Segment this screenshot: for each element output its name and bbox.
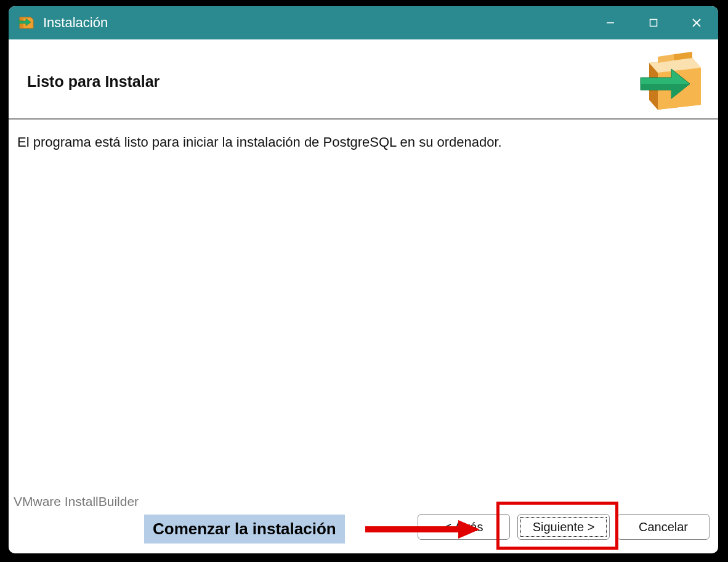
titlebar-left: Instalación bbox=[17, 12, 108, 33]
window-title: Instalación bbox=[43, 15, 108, 31]
window-controls bbox=[589, 6, 718, 39]
annotation-label: Comenzar la instalación bbox=[144, 515, 345, 544]
box-arrow-icon bbox=[637, 51, 705, 112]
svg-rect-1 bbox=[650, 20, 657, 26]
installer-window: Instalación Listo para Instalar bbox=[9, 6, 718, 553]
close-button[interactable] bbox=[675, 6, 718, 39]
wizard-header: Listo para Instalar bbox=[9, 39, 718, 120]
svg-marker-5 bbox=[458, 520, 480, 539]
minimize-button[interactable] bbox=[589, 6, 632, 39]
annotation-highlight-box bbox=[496, 502, 618, 550]
page-title: Listo para Instalar bbox=[27, 73, 160, 91]
maximize-button[interactable] bbox=[632, 6, 675, 39]
titlebar: Instalación bbox=[9, 6, 718, 39]
cancel-button[interactable]: Cancelar bbox=[617, 514, 710, 540]
ready-message: El programa está listo para iniciar la i… bbox=[17, 134, 710, 150]
app-icon bbox=[17, 12, 36, 33]
wizard-content: El programa está listo para iniciar la i… bbox=[9, 120, 718, 150]
annotation-arrow-icon bbox=[363, 520, 480, 539]
builder-branding: VMware InstallBuilder bbox=[14, 494, 139, 509]
